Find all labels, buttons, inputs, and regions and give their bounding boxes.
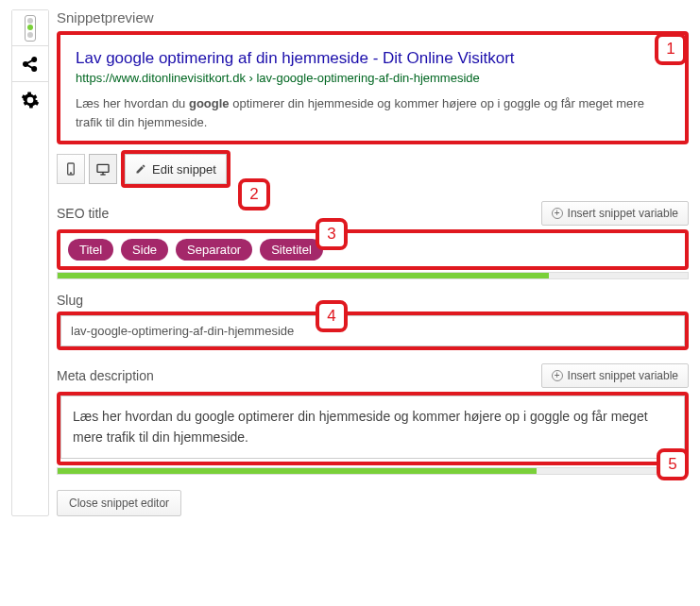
pencil-icon — [135, 163, 146, 175]
seo-title-progress — [57, 272, 689, 279]
variable-pill[interactable]: Sitetitel — [260, 239, 323, 261]
meta-description-label: Meta description — [57, 368, 154, 383]
seo-title-block: SEO title + Insert snippet variable 3 Ti… — [57, 201, 689, 279]
svg-rect-7 — [97, 164, 109, 172]
tab-readability[interactable] — [12, 10, 48, 46]
mobile-icon — [63, 161, 78, 177]
tab-settings[interactable] — [12, 82, 48, 118]
snippet-preview-box[interactable]: 1 Lav google optimering af din hjemmesid… — [57, 31, 689, 144]
seo-title-label: SEO title — [57, 206, 109, 221]
plus-circle-icon: + — [552, 208, 563, 219]
slug-highlight: 4 — [57, 311, 689, 350]
snippet-editor: Snippetpreview 1 Lav google optimering a… — [0, 0, 700, 526]
annotation-marker-3: 3 — [316, 218, 348, 250]
preview-description: Læs her hvordan du google optimerer din … — [76, 94, 670, 131]
traffic-light-icon — [25, 15, 36, 42]
plus-circle-icon: + — [552, 370, 563, 381]
edit-snippet-highlight: Edit snippet 2 — [121, 150, 230, 188]
gear-icon — [21, 91, 40, 109]
close-snippet-editor-button[interactable]: Close snippet editor — [57, 490, 181, 516]
mobile-preview-button[interactable] — [57, 154, 85, 184]
annotation-marker-4: 4 — [316, 300, 348, 332]
variable-pill[interactable]: Separator — [176, 239, 252, 261]
desktop-preview-button[interactable] — [89, 154, 117, 184]
slug-label: Slug — [57, 293, 83, 308]
slug-block: Slug 4 — [57, 293, 689, 350]
preview-url: https://www.ditonlinevisitkort.dk › lav-… — [76, 71, 670, 85]
edit-snippet-button[interactable]: Edit snippet — [125, 154, 227, 184]
meta-description-input[interactable] — [60, 396, 685, 459]
svg-line-3 — [27, 59, 33, 62]
preview-toolbar: Edit snippet 2 — [57, 150, 689, 188]
meta-progress — [57, 467, 689, 475]
annotation-marker-1: 1 — [655, 33, 687, 65]
side-tab-strip — [11, 9, 49, 516]
svg-point-6 — [70, 173, 71, 174]
desktop-icon — [95, 161, 111, 177]
insert-variable-button-meta[interactable]: + Insert snippet variable — [541, 363, 689, 388]
variable-pill[interactable]: Side — [121, 239, 168, 261]
edit-snippet-label: Edit snippet — [152, 162, 216, 177]
annotation-marker-2: 2 — [238, 178, 270, 210]
main-panel: Snippetpreview 1 Lav google optimering a… — [57, 9, 689, 516]
share-icon — [21, 55, 40, 74]
variable-pill[interactable]: Titel — [68, 239, 113, 261]
svg-line-4 — [27, 64, 33, 67]
insert-variable-button-title[interactable]: + Insert snippet variable — [541, 201, 689, 226]
preview-title-link[interactable]: Lav google optimering af din hjemmeside … — [76, 48, 670, 69]
seo-title-input[interactable]: 3 Titel Side Separator Sitetitel — [57, 229, 689, 270]
tab-share[interactable] — [12, 46, 48, 82]
meta-description-block: Meta description + Insert snippet variab… — [57, 363, 689, 475]
meta-description-highlight: 5 — [57, 392, 689, 465]
slug-input[interactable] — [60, 315, 685, 346]
section-title: Snippetpreview — [57, 9, 689, 25]
annotation-marker-5: 5 — [657, 448, 689, 480]
